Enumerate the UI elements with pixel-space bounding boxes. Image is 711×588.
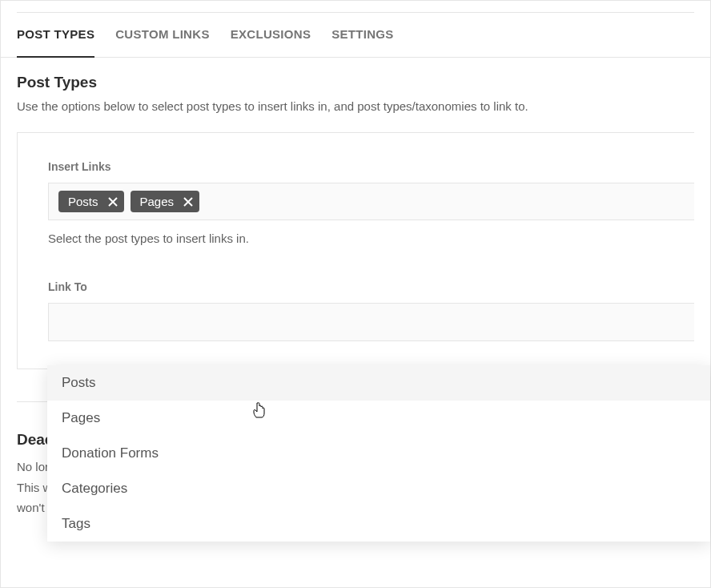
dropdown-option-pages[interactable]: Pages [47,401,710,436]
insert-links-select[interactable]: Posts Pages [48,183,694,220]
link-to-select[interactable] [48,303,694,341]
options-box: Insert Links Posts Pages [17,132,694,369]
dropdown-option-donation-forms[interactable]: Donation Forms [47,436,710,471]
tag-posts: Posts [58,191,124,212]
close-icon [108,197,118,207]
remove-tag-pages[interactable] [183,197,193,207]
section-title-post-types: Post Types [17,74,694,91]
dropdown-option-tags[interactable]: Tags [47,506,710,542]
tag-label: Posts [68,195,98,208]
remove-tag-posts[interactable] [108,197,118,207]
tab-custom-links[interactable]: CUSTOM LINKS [115,13,210,57]
tab-post-types[interactable]: POST TYPES [17,13,94,57]
tabs-bar: POST TYPES CUSTOM LINKS EXCLUSIONS SETTI… [1,13,710,58]
link-to-dropdown: Posts Pages Donation Forms Categories Ta… [47,365,710,542]
insert-links-label: Insert Links [48,160,694,173]
section-description: Use the options below to select post typ… [17,99,694,113]
tag-pages: Pages [131,191,200,212]
insert-links-helper: Select the post types to insert links in… [48,232,694,245]
close-icon [183,197,193,207]
tab-settings[interactable]: SETTINGS [331,13,393,57]
tab-exclusions[interactable]: EXCLUSIONS [231,13,311,57]
dropdown-option-posts[interactable]: Posts [47,365,710,401]
link-to-label: Link To [48,280,694,293]
tag-label: Pages [140,195,175,208]
dropdown-option-categories[interactable]: Categories [47,471,710,506]
